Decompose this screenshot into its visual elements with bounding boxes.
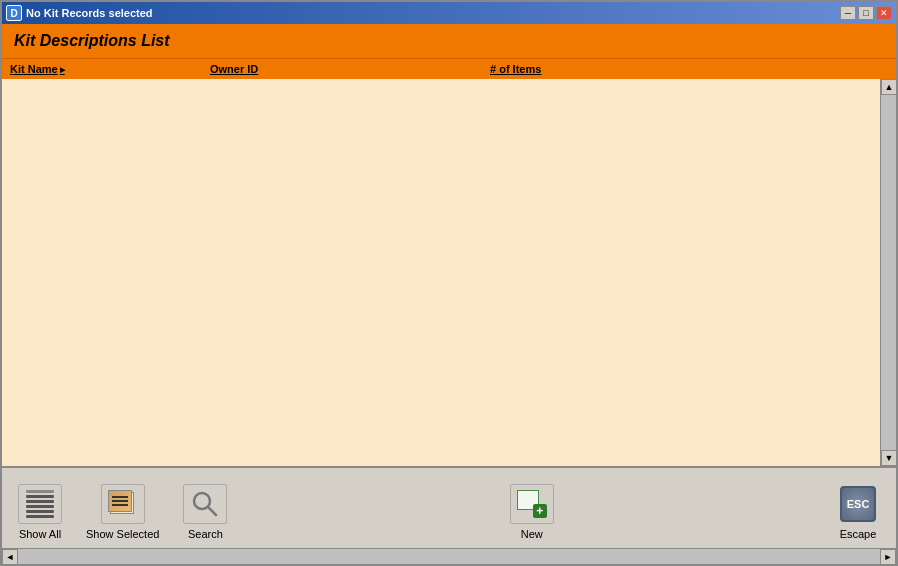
show-all-icon — [18, 484, 62, 524]
title-bar: D No Kit Records selected ─ □ ✕ — [2, 2, 896, 24]
selected-doc-icon — [108, 490, 138, 518]
maximize-button[interactable]: □ — [858, 6, 874, 20]
show-selected-icon — [101, 484, 145, 524]
search-icon-container — [183, 484, 227, 524]
vertical-scrollbar[interactable]: ▲ ▼ — [880, 79, 896, 466]
search-icon — [187, 486, 223, 522]
list-title: Kit Descriptions List — [2, 24, 896, 58]
main-content: Kit Descriptions List Kit Name ▸ Owner I… — [2, 24, 896, 564]
new-icon: + — [517, 490, 547, 518]
show-selected-button[interactable]: Show Selected — [86, 484, 159, 540]
h-scroll-track[interactable] — [18, 549, 880, 564]
escape-label: Escape — [840, 528, 877, 540]
svg-line-1 — [208, 507, 216, 515]
content-area: ▲ ▼ — [2, 79, 896, 466]
escape-icon: ESC — [840, 486, 876, 522]
sort-arrow-icon: ▸ — [60, 64, 65, 75]
col-num-items[interactable]: # of Items — [490, 63, 888, 75]
close-button[interactable]: ✕ — [876, 6, 892, 20]
search-label: Search — [188, 528, 223, 540]
window-title: No Kit Records selected — [26, 7, 836, 19]
scroll-right-button[interactable]: ► — [880, 549, 896, 565]
toolbar: Show All S — [2, 468, 896, 548]
show-selected-label: Show Selected — [86, 528, 159, 540]
scroll-down-button[interactable]: ▼ — [881, 450, 896, 466]
escape-icon-container: ESC — [836, 484, 880, 524]
minimize-button[interactable]: ─ — [840, 6, 856, 20]
escape-button[interactable]: ESC Escape — [836, 484, 880, 540]
window-icon: D — [6, 5, 22, 21]
new-label: New — [521, 528, 543, 540]
col-owner-id[interactable]: Owner ID — [210, 63, 490, 75]
col-kit-name[interactable]: Kit Name ▸ — [10, 63, 210, 75]
scroll-left-button[interactable]: ◄ — [2, 549, 18, 565]
window-controls: ─ □ ✕ — [840, 6, 892, 20]
data-list[interactable] — [2, 79, 880, 466]
list-lines-icon — [26, 490, 54, 518]
search-button[interactable]: Search — [183, 484, 227, 540]
column-headers: Kit Name ▸ Owner ID # of Items — [2, 58, 896, 79]
show-all-button[interactable]: Show All — [18, 484, 62, 540]
new-icon-container: + — [510, 484, 554, 524]
show-all-label: Show All — [19, 528, 61, 540]
scroll-up-button[interactable]: ▲ — [881, 79, 896, 95]
horizontal-scrollbar[interactable]: ◄ ► — [2, 548, 896, 564]
scroll-track[interactable] — [881, 95, 896, 450]
new-button[interactable]: + New — [510, 484, 554, 540]
window-icon-letter: D — [10, 8, 17, 19]
main-window: D No Kit Records selected ─ □ ✕ Kit Desc… — [0, 0, 898, 566]
